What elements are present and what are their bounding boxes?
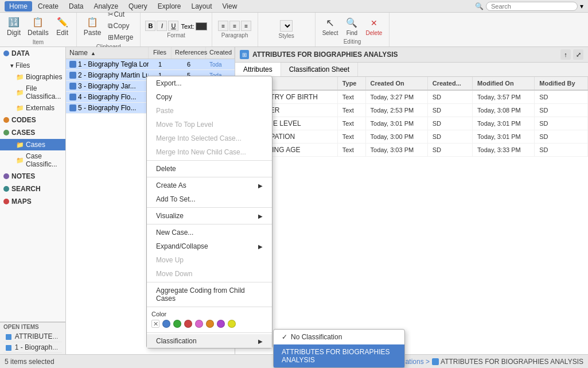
col-attr-modified-by[interactable]: Modified By [535,77,588,90]
ctx-classification[interactable]: Classification ▶ [147,334,272,348]
file-row-1[interactable]: 1 - Biography Tegla Lorou... 1 6 Toda [66,59,235,70]
ctx-copy[interactable]: Copy [147,90,272,104]
digit-button[interactable]: 🔢 Digit [5,14,23,38]
delete-toolbar-button[interactable]: ✕ Delete [363,15,384,37]
attr-type-starting-age: Text [337,144,365,157]
sidebar-cases-item-label: Cases [26,141,45,149]
sidebar-search-label: SEARCH [11,185,41,193]
panel-export-button[interactable]: ↑ [560,49,571,60]
color-green-dot[interactable] [173,320,181,328]
color-x-button[interactable]: ✕ [151,320,159,328]
menu-create[interactable]: Create [33,1,63,11]
styles-dropdown[interactable] [280,20,293,32]
open-items-label: OPEN ITEMS [3,324,62,330]
bold-button[interactable]: B [145,21,155,31]
menu-home[interactable]: Home [5,1,32,11]
sidebar-maps-label: MAPS [11,197,32,206]
ctx-create-as-arrow: ▶ [258,183,263,189]
sidebar-item-biographies[interactable]: 📁 Biographies [0,71,65,83]
sidebar-item-files[interactable]: ▾ Files [0,60,65,71]
color-red-dot[interactable] [184,320,192,328]
cut-button[interactable]: ✂Cut [106,9,135,20]
tab-attributes[interactable]: Attributes [235,63,281,76]
open-item-attributes[interactable]: ATTRIBUTES FOR BIOG... [3,331,62,342]
align-left-button[interactable]: ≡ [218,21,228,31]
sidebar-item-case-classif[interactable]: 📁 Case Classific... [0,150,65,170]
align-center-button[interactable]: ≡ [229,21,240,31]
menu-arrow[interactable]: ▾ [580,2,583,10]
ctx-visualize[interactable]: Visualize▶ [147,209,272,223]
search-input[interactable] [486,2,578,11]
color-orange-dot[interactable] [206,320,214,328]
merge-button[interactable]: ⊞Merge [106,32,135,42]
attr-type-gender: Text [337,104,365,117]
find-button[interactable]: 🔍 Find [342,15,361,37]
menu-explore[interactable]: Explore [153,1,186,11]
ctx-new-case[interactable]: New Case... [147,226,272,239]
col-attr-type[interactable]: Type [337,77,365,90]
sidebar-section-codes-header[interactable]: CODES [0,114,65,126]
details-button[interactable]: 📋 Details [25,14,51,38]
attr-row-income[interactable]: INCOME LEVEL Text Today, 3:01 PM SD Toda… [235,117,588,130]
open-item-biography[interactable]: 1 - Biography Tegla Lor... [3,342,62,353]
ctx-create-as[interactable]: Create As▶ [147,179,272,192]
ctx-expand-collapse[interactable]: Expand/Collapse▶ [147,239,272,253]
sidebar-notes-label: NOTES [11,172,35,180]
col-references[interactable]: References [172,47,206,59]
ctx-export[interactable]: Export... [147,76,272,90]
sidebar-item-externals[interactable]: 📁 Externals [0,102,65,114]
sidebar-section-search-header[interactable]: SEARCH [0,183,65,195]
folder-icon: ▾ [10,62,14,69]
notes-dot [3,173,9,179]
attr-created-by-country: SD [427,90,472,104]
paste-button[interactable]: 📋 Paste [81,14,104,38]
ctx-aggregate-coding[interactable]: Aggregate Coding from Child Cases [147,284,272,305]
file-icon-3 [69,83,76,90]
col-attr-created-on[interactable]: Created On [365,77,427,90]
color-yellow-dot[interactable] [228,320,236,328]
color-purple-dot[interactable] [217,320,225,328]
menu-view[interactable]: View [218,1,242,11]
attr-modified-by-country: SD [535,90,588,104]
align-right-button[interactable]: ≡ [241,21,251,31]
sidebar-section-notes-header[interactable]: NOTES [0,170,65,183]
file-name-1: 1 - Biography Tegla Lorou... [78,60,149,68]
col-created[interactable]: Created [206,47,235,59]
attr-row-occupation[interactable]: OCCUPATION Text Today, 3:00 PM SD Today,… [235,130,588,144]
ctx-delete[interactable]: Delete [147,162,272,176]
menu-layout[interactable]: Layout [186,1,216,11]
tab-classification-sheet[interactable]: Classification Sheet [281,63,358,76]
ctx-visualize-label: Visualize [156,212,184,220]
color-blue-dot[interactable] [162,320,170,328]
col-files[interactable]: Files [149,47,172,59]
text-color-picker[interactable] [196,22,207,30]
panel-maximize-button[interactable]: ⤢ [573,49,583,60]
sidebar-biographies-label: Biographies [26,73,62,81]
col-name[interactable]: Name ▲ [66,47,149,59]
sidebar-section-maps-header[interactable]: MAPS [0,195,65,208]
select-icon: ↖ [324,16,337,30]
attr-row-gender[interactable]: GENDER Text Today, 2:53 PM SD Today, 3:0… [235,104,588,117]
cls-no-classification[interactable]: ✓ No Classification [274,330,404,344]
breadcrumb-attr-label: ATTRIBUTES FOR BIOGRAPHIES ANALYSIS [441,358,583,366]
select-button[interactable]: ↖ Select [320,15,341,37]
ctx-add-set[interactable]: Add To Set... [147,192,272,206]
attr-row-country[interactable]: COUNTRY OF BIRTH Text Today, 3:27 PM SD … [235,90,588,104]
cls-attributes-biographies[interactable]: ATTRIBUTES FOR BIOGRAPHIES ANALYSIS [274,344,404,367]
toolbar-paragraph-label: Paragraph [221,32,248,38]
col-attr-modified-on[interactable]: Modified On [473,77,535,90]
edit-button[interactable]: ✏️ Edit [53,14,72,38]
underline-button[interactable]: U [168,21,178,31]
attr-row-starting-age[interactable]: STARTING AGE Text Today, 3:03 PM SD Toda… [235,144,588,157]
italic-button[interactable]: I [157,21,167,31]
sidebar-section-cases-header[interactable]: CASES [0,126,65,139]
ctx-delete-label: Delete [156,165,176,173]
sidebar-item-cases[interactable]: 📁 Cases [0,139,65,150]
color-pink-dot[interactable] [195,320,203,328]
attr-modified-by-starting-age: SD [535,144,588,157]
copy-button[interactable]: ⧉Copy [106,21,135,31]
sidebar-section-data-header[interactable]: DATA [0,47,65,60]
file-refs-1: 6 [172,60,206,69]
sidebar-item-file-classifications[interactable]: 📁 File Classifica... [0,83,65,102]
col-attr-created-by[interactable]: Created... [427,77,472,90]
